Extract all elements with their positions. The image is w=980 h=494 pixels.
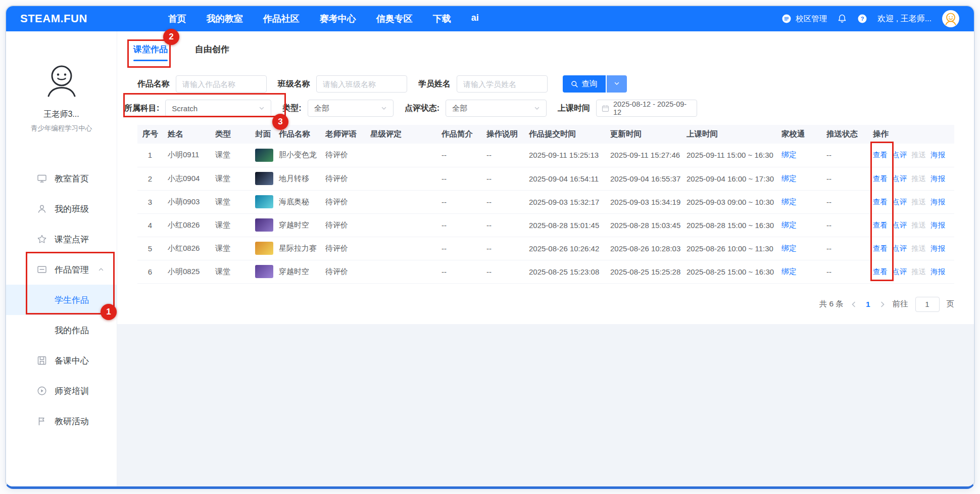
search-button[interactable]: 查询 <box>563 75 606 93</box>
brand-logo: STEAM.FUN <box>20 12 87 25</box>
subject-label: 所属科目: <box>124 103 159 114</box>
no-cell: 6 <box>137 260 163 283</box>
sidebar-item-research-activity[interactable]: 教研活动 <box>6 406 117 436</box>
subject-select-value: Scratch <box>172 104 198 113</box>
comment-cell: 待评价 <box>320 260 365 283</box>
sidebar-item-my-works[interactable]: 我的作品 <box>6 315 117 345</box>
notification-bell-icon[interactable] <box>837 14 847 24</box>
action-push-link: 推送 <box>911 220 926 230</box>
chevron-up-icon <box>98 266 104 273</box>
column-header: 序号 <box>137 125 163 144</box>
bind-link[interactable]: 绑定 <box>781 244 797 252</box>
type-select[interactable]: 全部 <box>308 100 394 117</box>
tab-free-creation[interactable]: 自由创作 <box>195 43 229 62</box>
action-review-link[interactable]: 点评 <box>892 197 907 207</box>
note-cell: -- <box>481 237 524 260</box>
nav-item-my-classroom[interactable]: 我的教室 <box>207 13 243 25</box>
comment-cell: 待评价 <box>320 213 365 237</box>
action-poster-link[interactable]: 海报 <box>930 150 945 160</box>
table-row: 4小红0826课堂穿越时空待评价----2025-08-28 15:01:452… <box>137 213 954 237</box>
updated-cell: 2025-08-28 15:03:45 <box>605 213 681 237</box>
help-icon[interactable]: ? <box>857 14 867 24</box>
class-name-input[interactable] <box>316 75 407 93</box>
submitted-cell: 2025-08-28 15:01:45 <box>524 213 605 237</box>
action-view-link[interactable]: 查看 <box>873 267 888 277</box>
sidebar-item-works-management[interactable]: 作品管理 <box>6 254 117 285</box>
bind-link[interactable]: 绑定 <box>781 267 797 276</box>
updated-cell: 2025-08-26 10:28:03 <box>605 237 681 260</box>
bind-link[interactable]: 绑定 <box>781 220 797 229</box>
action-view-link[interactable]: 查看 <box>873 220 888 230</box>
action-poster-link[interactable]: 海报 <box>930 220 945 230</box>
class_time-cell: 2025-09-11 15:00 ~ 16:30 <box>681 144 776 167</box>
sidebar-item-my-classes[interactable]: 我的班级 <box>6 194 117 224</box>
type-filter: 类型: 全部 <box>282 100 393 117</box>
user-avatar[interactable] <box>942 10 960 28</box>
search-dropdown-button[interactable] <box>607 75 627 93</box>
sidebar-item-student-works[interactable]: 学生作品 <box>6 285 117 315</box>
bind-link[interactable]: 绑定 <box>781 197 797 206</box>
column-header: 作品名称 <box>274 125 320 144</box>
pagination-total: 共 6 条 <box>819 299 844 309</box>
action-review-link[interactable]: 点评 <box>892 244 907 253</box>
class_time-cell: 2025-08-25 15:00 ~ 16:30 <box>681 260 776 283</box>
work-thumbnail <box>255 242 273 255</box>
no-cell: 4 <box>137 213 163 237</box>
work-name-input[interactable] <box>176 75 267 93</box>
bind-link[interactable]: 绑定 <box>781 150 797 159</box>
subject-select[interactable]: Scratch <box>165 100 271 117</box>
action-view-link[interactable]: 查看 <box>873 174 888 184</box>
action-poster-link[interactable]: 海报 <box>930 267 945 277</box>
intro-cell: -- <box>436 213 481 237</box>
column-header: 作品提交时间 <box>524 125 605 144</box>
nav-item-download[interactable]: 下载 <box>433 13 451 25</box>
column-header: 操作说明 <box>481 125 524 144</box>
star-cell <box>365 144 436 167</box>
work-cell: 胆小变色龙 <box>274 144 320 167</box>
action-poster-link[interactable]: 海报 <box>930 197 945 207</box>
chevron-down-icon <box>259 105 265 111</box>
action-view-link[interactable]: 查看 <box>873 197 888 207</box>
campus-label: 校区管理 <box>796 14 827 24</box>
nav-item-home[interactable]: 首页 <box>168 13 186 25</box>
nav-item-ai[interactable]: ai <box>471 13 479 25</box>
nav-item-works-community[interactable]: 作品社区 <box>263 13 300 25</box>
no-cell: 3 <box>137 190 163 213</box>
action-poster-link[interactable]: 海报 <box>930 244 945 253</box>
column-header: 姓名 <box>163 125 210 144</box>
nav-item-competition-center[interactable]: 赛考中心 <box>320 13 356 25</box>
nav-item-informatics-zone[interactable]: 信奥专区 <box>376 13 413 25</box>
action-view-link[interactable]: 查看 <box>873 150 888 160</box>
prev-page-button[interactable] <box>851 301 857 308</box>
student-name-input[interactable] <box>457 75 548 93</box>
sidebar-item-teacher-training[interactable]: 师资培训 <box>6 376 117 406</box>
action-view-link[interactable]: 查看 <box>873 244 888 253</box>
action-review-link[interactable]: 点评 <box>892 174 907 184</box>
work-name-label: 作品名称 <box>137 79 170 89</box>
campus-management-button[interactable]: 校区管理 <box>781 14 827 24</box>
column-header: 作品简介 <box>436 125 481 144</box>
action-poster-link[interactable]: 海报 <box>930 174 945 184</box>
action-review-link[interactable]: 点评 <box>892 220 907 230</box>
next-page-button[interactable] <box>879 301 886 308</box>
column-header: 类型 <box>210 125 250 144</box>
bind-link[interactable]: 绑定 <box>781 174 797 183</box>
current-page[interactable]: 1 <box>864 300 872 309</box>
sidebar-item-lesson-prep[interactable]: 备课中心 <box>6 345 117 376</box>
action-review-link[interactable]: 点评 <box>892 150 907 160</box>
action-review-link[interactable]: 点评 <box>892 267 907 277</box>
goto-page-input[interactable] <box>915 297 940 312</box>
thumb-cell <box>250 213 274 237</box>
review-status-select[interactable]: 全部 <box>446 100 547 117</box>
monitor-icon <box>36 173 47 184</box>
actions-cell: 查看点评推送海报 <box>868 144 954 167</box>
svg-text:?: ? <box>861 16 864 22</box>
sidebar-item-class-review[interactable]: 课堂点评 <box>6 224 117 254</box>
bind-cell: 绑定 <box>776 144 821 167</box>
class-time-range-picker[interactable]: 2025-08-12 - 2025-09-12 <box>596 100 697 117</box>
no-cell: 1 <box>137 144 163 167</box>
tab-class-works[interactable]: 课堂作品 <box>133 43 168 62</box>
thumb-cell <box>250 237 274 260</box>
sidebar-item-classroom-home[interactable]: 教室首页 <box>6 163 117 194</box>
column-header: 操作 <box>868 125 954 144</box>
